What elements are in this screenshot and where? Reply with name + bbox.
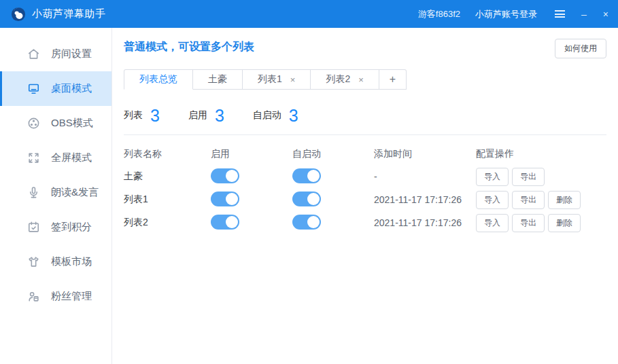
sidebar-item-label: 房间设置 <box>51 48 92 60</box>
toggle-knob <box>226 170 238 182</box>
export-button[interactable]: 导出 <box>512 168 545 186</box>
sidebar-item-fullscreen-mode[interactable]: 全屏模式 <box>0 141 111 175</box>
sidebar: 房间设置桌面模式OBS模式全屏模式朗读&发言签到积分模板市场粉丝管理 <box>0 28 112 364</box>
menu-icon[interactable] <box>555 9 565 20</box>
enabled-toggle[interactable] <box>211 215 239 230</box>
guest-id-label: 游客f863f2 <box>418 8 460 20</box>
column-header: 添加时间 <box>374 148 476 160</box>
sidebar-item-template-market[interactable]: 模板市场 <box>0 244 111 279</box>
fullscreen-icon <box>27 151 41 165</box>
tab-overview[interactable]: 列表总览 <box>124 69 193 90</box>
tab-list2[interactable]: 列表2× <box>311 69 379 90</box>
delete-button[interactable]: 删除 <box>548 191 581 209</box>
table-row: 列表22021-11-17 17:17:26导入导出删除 <box>124 211 606 234</box>
stat-value: 3 <box>150 107 160 124</box>
stat-list-count: 列表3 <box>124 107 160 124</box>
tab-label: 列表1 <box>258 73 282 86</box>
sidebar-item-label: 模板市场 <box>51 255 92 268</box>
list-name: 列表1 <box>124 194 211 206</box>
sidebar-item-label: 签到积分 <box>51 221 92 234</box>
stat-label: 自启动 <box>253 109 281 122</box>
list-name: 列表2 <box>124 217 211 229</box>
fans-icon <box>27 290 41 304</box>
toggle-knob <box>307 193 320 205</box>
sidebar-item-label: 粉丝管理 <box>51 290 92 303</box>
toggle-knob <box>307 216 320 228</box>
titlebar: 小葫芦弹幕助手 游客f863f2 小葫芦账号登录 – × <box>0 0 618 28</box>
home-icon <box>27 48 41 61</box>
stat-autostart-count: 自启动3 <box>253 107 298 124</box>
add-tab-button[interactable]: + <box>379 69 407 90</box>
minimize-icon[interactable]: – <box>581 10 587 19</box>
list-tabs: 列表总览土豪列表1×列表2×+ <box>124 69 606 90</box>
stat-label: 列表 <box>124 109 143 122</box>
column-header: 自启动 <box>292 148 374 160</box>
autostart-cell <box>292 192 374 208</box>
monitor-icon <box>27 82 41 96</box>
sidebar-item-fans-manage[interactable]: 粉丝管理 <box>0 279 111 314</box>
tab-label: 列表2 <box>326 73 350 86</box>
enabled-cell <box>211 192 292 208</box>
sidebar-item-label: OBS模式 <box>51 117 93 130</box>
added-time: - <box>374 171 476 182</box>
app-title: 小葫芦弹幕助手 <box>32 7 106 20</box>
calendar-check-icon <box>27 221 41 234</box>
account-login-link[interactable]: 小葫芦账号登录 <box>475 8 537 20</box>
app-logo-icon <box>11 7 26 22</box>
tab-label: 列表总览 <box>139 73 177 86</box>
sidebar-item-checkin-points[interactable]: 签到积分 <box>0 210 111 244</box>
export-button[interactable]: 导出 <box>512 214 545 232</box>
autostart-toggle[interactable] <box>292 168 321 183</box>
tab-close-icon[interactable]: × <box>358 75 364 84</box>
tab-label: 土豪 <box>208 73 227 86</box>
import-button[interactable]: 导入 <box>476 168 509 186</box>
tab-tuhao[interactable]: 土豪 <box>193 69 243 90</box>
tab-close-icon[interactable]: × <box>290 75 296 84</box>
actions-cell: 导入导出 <box>476 168 606 186</box>
toggle-knob <box>226 216 238 228</box>
stat-enabled-count: 启用3 <box>188 107 224 124</box>
export-button[interactable]: 导出 <box>512 191 545 209</box>
enabled-cell <box>211 168 292 185</box>
tshirt-icon <box>27 255 41 269</box>
obs-icon <box>27 117 41 130</box>
sidebar-item-obs-mode[interactable]: OBS模式 <box>0 106 111 141</box>
enabled-cell <box>211 215 292 232</box>
toggle-knob <box>307 170 320 182</box>
enabled-toggle[interactable] <box>211 168 239 183</box>
autostart-cell <box>292 168 374 185</box>
tab-list1[interactable]: 列表1× <box>243 69 311 90</box>
main-content: 普通模式，可设置多个列表 如何使用 列表总览土豪列表1×列表2×+ 列表3启用3… <box>112 28 618 364</box>
autostart-cell <box>292 215 374 232</box>
microphone-icon <box>27 186 41 200</box>
divider <box>124 134 606 135</box>
sidebar-item-desktop-mode[interactable]: 桌面模式 <box>0 71 111 106</box>
import-button[interactable]: 导入 <box>476 214 509 232</box>
close-icon[interactable]: × <box>603 10 608 19</box>
column-header: 列表名称 <box>124 148 211 160</box>
how-to-use-button[interactable]: 如何使用 <box>555 39 606 58</box>
stat-value: 3 <box>289 107 298 124</box>
table-header-row: 列表名称启用自启动添加时间配置操作 <box>124 143 606 165</box>
sidebar-item-room-settings[interactable]: 房间设置 <box>0 37 111 71</box>
import-button[interactable]: 导入 <box>476 191 509 209</box>
stat-label: 启用 <box>188 109 207 122</box>
added-time: 2021-11-17 17:17:26 <box>374 194 476 205</box>
table-row: 土豪-导入导出 <box>124 165 606 188</box>
toggle-knob <box>226 193 238 205</box>
column-header: 配置操作 <box>476 148 606 160</box>
enabled-toggle[interactable] <box>211 192 239 206</box>
autostart-toggle[interactable] <box>292 192 321 206</box>
sidebar-item-label: 全屏模式 <box>51 151 92 164</box>
delete-button[interactable]: 删除 <box>548 214 581 232</box>
sidebar-item-label: 桌面模式 <box>51 82 92 95</box>
stats-row: 列表3启用3自启动3 <box>124 102 606 129</box>
sidebar-item-read-speak[interactable]: 朗读&发言 <box>0 175 111 210</box>
sidebar-item-label: 朗读&发言 <box>51 186 99 199</box>
added-time: 2021-11-17 17:17:26 <box>374 217 476 228</box>
stat-value: 3 <box>215 107 224 124</box>
actions-cell: 导入导出删除 <box>476 191 606 209</box>
page-title: 普通模式，可设置多个列表 <box>124 39 254 54</box>
autostart-toggle[interactable] <box>292 215 321 230</box>
list-name: 土豪 <box>124 170 211 183</box>
